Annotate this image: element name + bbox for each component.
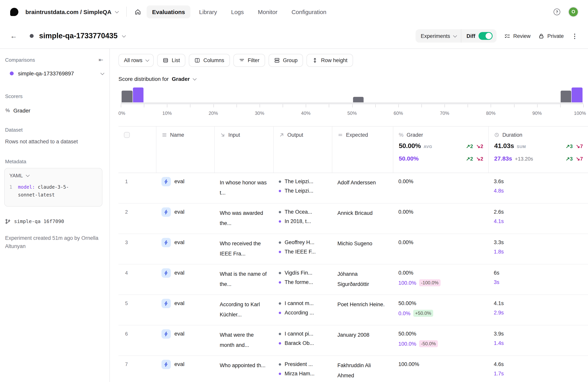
braintrust-logo-icon[interactable] — [10, 8, 18, 16]
regressions-down-count[interactable]: ↘2 — [476, 143, 483, 149]
equals-icon — [338, 133, 343, 137]
output-cell: I cannot m... According ... — [273, 295, 332, 325]
column-header-expected[interactable]: Expected — [332, 127, 393, 173]
duration-down-count[interactable]: ↘7 — [576, 143, 583, 149]
regressions-up-count[interactable]: ↗2 — [466, 143, 473, 149]
table-row[interactable]: 1 eval In whose honor was t... The Leipz… — [118, 173, 588, 204]
row-number: 2 — [118, 204, 156, 215]
input-cell: What is the name of the... — [214, 265, 273, 294]
tab-library[interactable]: Library — [194, 5, 223, 18]
tab-logs[interactable]: Logs — [226, 5, 249, 18]
current-bullet-icon — [279, 241, 281, 244]
table-row[interactable]: 6 eval What were the month and... I cann… — [118, 325, 588, 356]
app: braintrustdata.com / SimpleQA Evaluation… — [0, 0, 588, 382]
row-height-button[interactable]: Row height — [307, 54, 353, 67]
project-breadcrumb[interactable]: braintrustdata.com / SimpleQA — [25, 8, 118, 15]
diff-toggle-control[interactable]: Diff — [461, 32, 496, 40]
input-text: Who received the IEEE Fra... — [220, 234, 268, 259]
yaml-format-dropdown[interactable]: YAML — [9, 173, 97, 178]
list-view-button[interactable]: List — [157, 54, 186, 67]
help-icon[interactable]: ? — [554, 8, 560, 15]
sidebar: Comparisons ⇤ simple-qa-1733769897 Score… — [0, 49, 110, 382]
comparison-bullet-icon — [279, 281, 281, 283]
name-cell: eval — [156, 173, 214, 203]
row-number: 5 — [118, 295, 156, 306]
table-row[interactable]: 2 eval Who was awarded the... The Ocea..… — [118, 204, 588, 234]
duration-comp-down-count[interactable]: ↘7 — [576, 156, 583, 162]
column-header-input[interactable]: Input — [214, 127, 273, 173]
grader-score: 0.00% — [399, 204, 483, 215]
score-diff-badge: -100.0% — [419, 279, 441, 286]
comparison-down-count[interactable]: ↘2 — [476, 156, 483, 162]
column-header-duration[interactable]: Duration 41.03s SUM ↗3 ↘7 27.83s +13.20s… — [488, 127, 588, 173]
yaml-code: 1 model: claude-3-5-sonnet-latest — [9, 183, 97, 199]
row-number: 3 — [118, 234, 156, 245]
avg-label: AVG — [424, 145, 432, 149]
grader-cell: 0.00% — [393, 204, 488, 234]
comparison-up-count[interactable]: ↗2 — [466, 156, 473, 162]
score-diff-badge: +50.0% — [413, 310, 433, 317]
duration-comp-up-count[interactable]: ↗3 — [566, 156, 572, 162]
avatar[interactable]: O — [569, 7, 578, 16]
scorer-item-grader[interactable]: % Grader — [5, 107, 30, 114]
table-row[interactable]: 5 eval According to Karl Küchler... I ca… — [118, 295, 588, 325]
experiment-header: ← simple-qa-1733770435 Experiments Diff … — [0, 23, 588, 48]
home-icon[interactable] — [134, 8, 141, 15]
column-header-output[interactable]: Output — [273, 127, 332, 173]
chevron-down-icon — [26, 173, 30, 177]
grader-comparison-line: 100.0% -100.0% — [399, 279, 483, 286]
select-all-checkbox[interactable] — [124, 132, 130, 138]
tab-configuration[interactable]: Configuration — [286, 5, 332, 18]
experiment-status-dot — [30, 34, 34, 38]
expected-cell: Adolf Anderssen — [332, 173, 393, 203]
tab-evaluations[interactable]: Evaluations — [147, 5, 190, 18]
name-cell: eval — [156, 265, 214, 294]
back-arrow-icon[interactable]: ← — [10, 32, 17, 40]
histogram-bars — [121, 88, 583, 102]
row-name: eval — [174, 207, 184, 215]
experiments-dropdown[interactable]: Experiments — [416, 33, 461, 39]
column-header-name[interactable]: Name — [156, 127, 214, 173]
rows-filter-dropdown[interactable]: All rows — [118, 54, 154, 67]
diff-toggle[interactable] — [478, 32, 492, 40]
input-text: According to Karl Küchler... — [220, 295, 268, 320]
review-button[interactable]: Review — [504, 33, 530, 39]
output-comparison: Mirza Ham... — [279, 371, 326, 377]
grader-score: 0.00% — [399, 265, 483, 276]
output-comparison: In 2018, t... — [279, 218, 326, 224]
header-actions: Experiments Diff Review Private ⋮ — [416, 29, 578, 43]
list-checks-icon — [504, 33, 510, 39]
review-label: Review — [513, 33, 530, 39]
collapse-sidebar-icon[interactable]: ⇤ — [99, 57, 103, 63]
column-header-grader[interactable]: %Grader 50.00% AVG ↗2 ↘2 50.00% ↗2 ↘2 — [393, 127, 488, 173]
table-row[interactable]: 7 eval Who appointed th... President ...… — [118, 356, 588, 382]
duration-up-count[interactable]: ↗3 — [566, 143, 572, 149]
score-distribution-selector[interactable]: Score distribution for Grader — [118, 76, 588, 82]
group-button[interactable]: Group — [268, 54, 303, 67]
table-row[interactable]: 4 eval What is the name of the... Vigdís… — [118, 265, 588, 295]
duration-cell: 6s 3s — [488, 265, 588, 294]
columns-button[interactable]: Columns — [189, 54, 230, 67]
expected-text: Jóhanna Sigurðardóttir — [337, 265, 387, 289]
column-label: Name — [170, 132, 184, 138]
comparison-item[interactable]: simple-qa-1733769897 — [5, 70, 103, 76]
axis-tick-label: 50% — [347, 111, 357, 116]
columns-icon — [194, 57, 200, 63]
tab-monitor[interactable]: Monitor — [252, 5, 283, 18]
filter-button[interactable]: Filter — [233, 54, 265, 67]
more-menu-icon[interactable]: ⋮ — [572, 32, 578, 40]
eval-bolt-icon — [162, 207, 171, 217]
grader-score: 0.00% — [399, 173, 483, 184]
experiment-title[interactable]: simple-qa-1733770435 — [39, 32, 125, 40]
private-button[interactable]: Private — [538, 33, 564, 39]
dataset-heading: Dataset — [5, 127, 23, 133]
current-bullet-icon — [279, 333, 281, 335]
git-branch-link[interactable]: simple-qa 16f7090 — [5, 218, 64, 224]
score-distribution-scorer: Grader — [172, 76, 190, 82]
chevron-down-icon — [146, 58, 149, 62]
table-row[interactable]: 3 eval Who received the IEEE Fra... Geof… — [118, 234, 588, 265]
histogram-ticks — [121, 104, 583, 108]
grader-score: 0.00% — [399, 234, 483, 245]
scorer-name: Grader — [13, 107, 30, 114]
select-all-cell — [118, 127, 156, 173]
